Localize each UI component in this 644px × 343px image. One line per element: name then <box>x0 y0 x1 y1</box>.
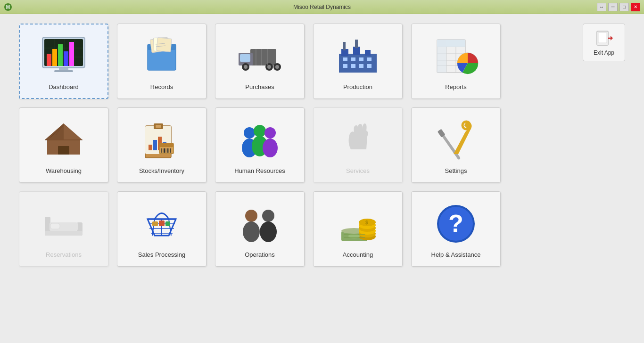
svg-point-35 <box>275 65 279 69</box>
svg-rect-101 <box>50 223 60 229</box>
tile-purchases-label: Purchases <box>245 83 274 90</box>
help-assistance-icon: ? <box>432 200 479 247</box>
svg-point-113 <box>262 210 274 222</box>
tile-reports[interactable]: Reports <box>411 24 501 99</box>
svg-rect-16 <box>64 51 68 66</box>
svg-text:M: M <box>6 5 10 10</box>
tile-services-label: Services <box>346 167 370 174</box>
svg-marker-64 <box>45 123 64 140</box>
svg-rect-73 <box>156 125 161 128</box>
tile-warehousing[interactable]: Warehousing <box>19 107 108 183</box>
svg-text:$: $ <box>365 220 368 225</box>
svg-rect-19 <box>54 70 73 72</box>
svg-rect-18 <box>59 68 68 70</box>
tile-production-label: Production <box>343 83 372 90</box>
svg-rect-108 <box>152 221 158 226</box>
tile-settings-label: Settings <box>445 167 467 174</box>
svg-rect-49 <box>343 64 347 68</box>
tile-reservations: Reservations <box>19 191 108 267</box>
operations-icon <box>236 200 283 247</box>
production-icon <box>334 33 381 80</box>
exit-icon <box>594 29 613 48</box>
tile-human-resources-label: Human Resources <box>234 167 285 174</box>
tile-purchases[interactable]: Purchases <box>215 24 305 99</box>
tile-operations-label: Operations <box>245 251 275 258</box>
svg-rect-27 <box>250 49 276 65</box>
tile-warehousing-label: Warehousing <box>46 167 82 174</box>
tile-help-assistance-label: Help & Assistance <box>431 251 481 258</box>
settings-icon <box>432 116 479 163</box>
svg-rect-3 <box>598 33 607 43</box>
title-bar-left: M <box>4 3 12 11</box>
tile-production[interactable]: Production <box>313 24 403 99</box>
title-bar-controls: ↔ ─ □ ✕ <box>597 3 640 11</box>
svg-point-89 <box>254 125 266 137</box>
records-icon <box>138 33 185 80</box>
exit-app-label: Exit App <box>594 49 614 56</box>
exit-app-button[interactable]: Exit App <box>583 24 625 61</box>
sales-processing-icon <box>138 200 185 247</box>
minimize-button[interactable]: ─ <box>608 3 618 11</box>
svg-point-111 <box>245 210 257 222</box>
maximize-button[interactable]: □ <box>619 3 629 11</box>
stocks-inventory-icon <box>138 116 185 163</box>
svg-rect-44 <box>355 40 358 48</box>
tile-stocks-inventory[interactable]: Stocks/Inventory <box>117 107 206 183</box>
reservations-icon <box>40 200 87 247</box>
tile-reports-label: Reports <box>445 83 467 90</box>
svg-point-92 <box>263 139 278 157</box>
svg-rect-13 <box>47 54 51 66</box>
svg-point-31 <box>244 65 248 69</box>
svg-rect-45 <box>343 57 347 61</box>
tile-operations[interactable]: Operations <box>215 191 305 267</box>
svg-rect-61 <box>437 40 446 73</box>
tile-records[interactable]: Records <box>117 24 206 99</box>
human-resources-icon <box>236 116 283 163</box>
svg-rect-79 <box>159 143 173 147</box>
warehousing-icon <box>40 116 87 163</box>
svg-marker-5 <box>611 36 613 41</box>
svg-rect-110 <box>165 221 170 226</box>
accounting-icon: $ <box>334 200 381 247</box>
svg-rect-14 <box>52 49 57 66</box>
svg-rect-109 <box>159 220 165 226</box>
window-title: Misoo Retail Dynamics <box>293 4 351 10</box>
svg-rect-24 <box>157 37 172 52</box>
svg-rect-52 <box>367 64 372 68</box>
close-button[interactable]: ✕ <box>631 3 640 11</box>
svg-rect-66 <box>58 146 69 155</box>
tile-dashboard-label: Dashboard <box>49 83 79 90</box>
svg-rect-29 <box>240 54 250 62</box>
svg-point-91 <box>264 127 276 139</box>
svg-rect-74 <box>149 145 152 150</box>
tile-sales-processing[interactable]: Sales Processing <box>117 191 206 267</box>
services-icon <box>334 116 381 163</box>
svg-rect-99 <box>45 231 83 236</box>
main-content: Exit App <box>0 14 644 343</box>
app-logo-icon: M <box>4 3 12 11</box>
svg-text:?: ? <box>448 210 463 237</box>
tile-help-assistance[interactable]: ? Help & Assistance <box>411 191 501 267</box>
tile-services: Services <box>313 107 403 183</box>
resize-icon-btn[interactable]: ↔ <box>597 3 606 11</box>
svg-rect-51 <box>359 64 363 68</box>
svg-point-114 <box>260 221 277 242</box>
title-bar: M Misoo Retail Dynamics ↔ ─ □ ✕ <box>0 0 644 14</box>
svg-point-33 <box>267 65 271 69</box>
svg-rect-15 <box>58 44 63 66</box>
svg-rect-50 <box>351 64 355 68</box>
svg-point-112 <box>243 221 260 242</box>
purchases-icon <box>236 33 283 80</box>
svg-rect-17 <box>69 42 74 66</box>
svg-point-87 <box>244 127 255 139</box>
reports-icon <box>432 33 479 80</box>
tile-human-resources[interactable]: Human Resources <box>215 107 305 183</box>
svg-rect-75 <box>153 140 157 150</box>
tile-records-label: Records <box>150 83 173 90</box>
app-grid: Dashboard Records <box>19 24 625 267</box>
svg-rect-48 <box>367 57 372 61</box>
tile-settings[interactable]: Settings <box>411 107 501 183</box>
svg-rect-42 <box>365 50 371 56</box>
tile-dashboard[interactable]: Dashboard <box>19 24 108 99</box>
tile-accounting[interactable]: $ Accounting <box>313 191 403 267</box>
